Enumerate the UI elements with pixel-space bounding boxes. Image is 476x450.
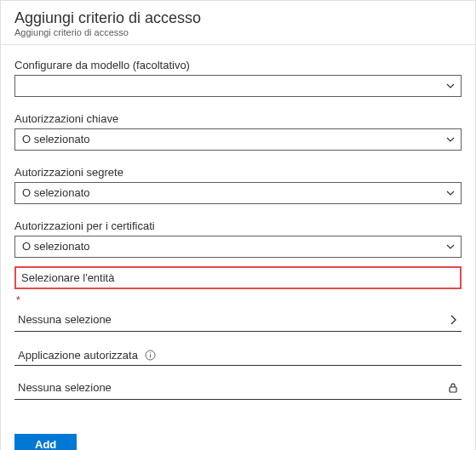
principal-selector[interactable]: Nessuna selezione [14,306,462,332]
cert-permissions-value: O selezionato [22,240,90,253]
add-button[interactable]: Add [14,434,77,450]
key-permissions-label: Autorizzazioni chiave [14,112,462,125]
required-indicator: * [14,291,462,306]
authorized-app-label-row: Applicazione autorizzata [14,347,462,366]
svg-rect-2 [150,352,151,353]
svg-rect-1 [150,355,151,358]
authorized-app-selector[interactable]: Nessuna selezione [14,374,462,400]
chevron-right-icon [448,314,458,326]
cert-permissions-dropdown[interactable]: O selezionato [14,236,462,258]
chevron-down-icon [445,81,456,91]
secret-permissions-field: Autorizzazioni segrete O selezionato [14,166,462,204]
select-principal-heading: Selezionare l'entità [18,270,458,286]
page-subtitle: Aggiungi criterio di accesso [14,27,462,37]
key-permissions-field: Autorizzazioni chiave O selezionato [14,112,462,151]
chevron-down-icon [445,188,456,198]
chevron-down-icon [445,242,456,252]
chevron-down-icon [445,134,456,145]
secret-permissions-dropdown[interactable]: O selezionato [14,182,462,204]
panel-header: Aggiungi criterio di accesso Aggiungi cr… [1,1,475,45]
add-access-policy-panel: Aggiungi criterio di accesso Aggiungi cr… [0,0,476,450]
cert-permissions-field: Autorizzazioni per i certificati O selez… [14,219,462,258]
authorized-app-label: Applicazione autorizzata [18,349,138,362]
key-permissions-dropdown[interactable]: O selezionato [14,128,462,151]
select-principal-highlight: Selezionare l'entità [14,266,462,289]
info-icon[interactable] [145,350,156,361]
key-permissions-value: O selezionato [22,133,90,145]
secret-permissions-value: O selezionato [22,186,90,199]
lock-icon [448,382,458,394]
secret-permissions-label: Autorizzazioni segrete [14,166,462,179]
authorized-app-value: Nessuna selezione [18,381,112,394]
principal-value: Nessuna selezione [18,313,112,326]
page-title: Aggiungi criterio di accesso [14,9,462,27]
template-dropdown[interactable] [14,75,462,97]
template-label: Configurare da modello (facoltativo) [14,59,462,71]
panel-content: Configurare da modello (facoltativo) Aut… [1,45,475,450]
svg-rect-3 [450,387,456,392]
template-field: Configurare da modello (facoltativo) [14,59,462,97]
cert-permissions-label: Autorizzazioni per i certificati [14,219,462,232]
